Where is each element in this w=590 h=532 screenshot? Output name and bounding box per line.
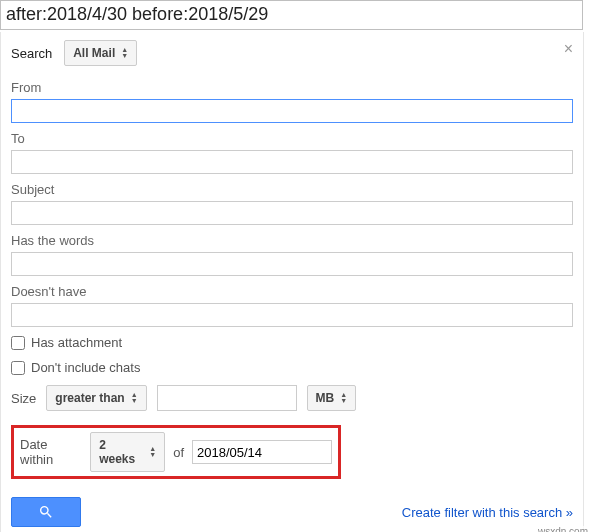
size-unit-value: MB	[316, 391, 335, 405]
from-input[interactable]	[11, 99, 573, 123]
subject-label: Subject	[11, 182, 573, 197]
doesnt-have-label: Doesn't have	[11, 284, 573, 299]
has-words-label: Has the words	[11, 233, 573, 248]
size-op-dropdown[interactable]: greater than ▲▼	[46, 385, 146, 411]
search-icon	[38, 504, 54, 520]
search-scope-value: All Mail	[73, 46, 115, 60]
size-unit-dropdown[interactable]: MB ▲▼	[307, 385, 357, 411]
search-scope-dropdown[interactable]: All Mail ▲▼	[64, 40, 137, 66]
date-value-input[interactable]	[192, 440, 332, 464]
updown-icon: ▲▼	[340, 392, 347, 404]
to-label: To	[11, 131, 573, 146]
search-scope-label: Search	[11, 46, 52, 61]
date-range-dropdown[interactable]: 2 weeks ▲▼	[90, 432, 165, 472]
date-of-label: of	[173, 445, 184, 460]
search-options-panel: × Search All Mail ▲▼ From To Subject Has…	[0, 32, 584, 532]
to-input[interactable]	[11, 150, 573, 174]
date-within-label: Date within	[20, 437, 82, 467]
dont-include-chats-label: Don't include chats	[31, 360, 140, 375]
dont-include-chats-checkbox[interactable]	[11, 361, 25, 375]
watermark: wsxdn.com	[538, 526, 588, 532]
has-attachment-label: Has attachment	[31, 335, 122, 350]
updown-icon: ▲▼	[131, 392, 138, 404]
create-filter-link[interactable]: Create filter with this search »	[402, 505, 573, 520]
search-button[interactable]	[11, 497, 81, 527]
doesnt-have-input[interactable]	[11, 303, 573, 327]
close-icon[interactable]: ×	[564, 40, 573, 58]
updown-icon: ▲▼	[121, 47, 128, 59]
updown-icon: ▲▼	[149, 446, 156, 458]
date-range-value: 2 weeks	[99, 438, 143, 466]
size-value-input[interactable]	[157, 385, 297, 411]
date-within-row: Date within 2 weeks ▲▼ of	[11, 425, 341, 479]
has-attachment-checkbox[interactable]	[11, 336, 25, 350]
size-op-value: greater than	[55, 391, 124, 405]
size-label: Size	[11, 391, 36, 406]
search-query-bar[interactable]: after:2018/4/30 before:2018/5/29	[0, 0, 583, 30]
subject-input[interactable]	[11, 201, 573, 225]
from-label: From	[11, 80, 573, 95]
has-words-input[interactable]	[11, 252, 573, 276]
